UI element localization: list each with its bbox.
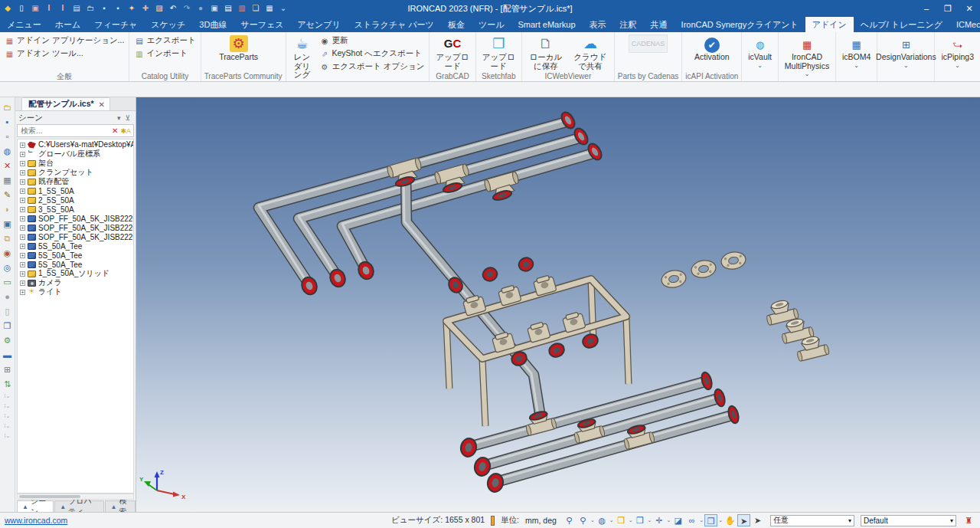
render-mode-icon[interactable]: ❒ — [704, 514, 717, 526]
zoom-window-icon[interactable]: ⚲ — [577, 514, 590, 526]
save-icon[interactable] — [99, 3, 109, 14]
collapsed-toolbar-icon[interactable]: ⁞⌄ — [5, 393, 11, 399]
ribbon-tab[interactable]: メニュー — [0, 17, 48, 32]
shell-icon[interactable] — [2, 204, 13, 215]
panel-tab[interactable]: ▲ 検索 — [105, 500, 136, 512]
alt-cursor-icon[interactable]: ➤ — [751, 514, 764, 526]
view-orientation-icon[interactable]: ❒ — [634, 514, 647, 526]
grabcad-upload-button[interactable]: GC アップロード — [433, 34, 472, 71]
loose-flange[interactable] — [720, 250, 746, 271]
icbom-dropdown[interactable]: icBOM4⌄ — [839, 34, 874, 70]
tree-expander-icon[interactable]: + — [20, 152, 25, 157]
panel-tab[interactable]: ▲ プロパティ — [54, 500, 104, 512]
designvariations-dropdown[interactable]: DesignVariations⌄ — [880, 34, 931, 70]
list-qat-icon[interactable] — [223, 3, 234, 14]
collapsed-toolbar-icon[interactable]: ⁞⌄ — [5, 413, 11, 419]
scene-tree-item[interactable]: + SOP_FF_50A_5K_JISB2220 — [18, 214, 133, 223]
traceparts-button[interactable]: TraceParts — [216, 34, 261, 63]
ribbon-tab[interactable]: スケッチ — [144, 17, 192, 32]
window2-icon[interactable] — [2, 320, 13, 331]
picture-icon[interactable] — [2, 277, 13, 287]
tree-expander-icon[interactable]: + — [20, 143, 25, 148]
catalog-small-icon[interactable] — [154, 3, 165, 14]
ribbon-tab[interactable]: 3D曲線 — [192, 17, 234, 32]
keyshot-update-button[interactable]: 更新 — [318, 34, 426, 47]
ribbon-tab[interactable]: 板金 — [441, 17, 472, 32]
tree-expander-icon[interactable]: + — [20, 280, 25, 286]
tree-expander-icon[interactable]: + — [20, 262, 25, 267]
scene-tree-item[interactable]: + 5S_50A_Tee — [18, 241, 133, 251]
window-qat-icon[interactable] — [209, 3, 220, 14]
scene-tree-item[interactable]: + 1_5S_50A_ソリッド — [18, 269, 133, 278]
window-icon[interactable] — [2, 218, 13, 229]
catalog-export-button[interactable]: エクスポート — [132, 34, 197, 47]
flange-gasket-ring[interactable] — [547, 341, 567, 359]
viewport-3d[interactable]: Z Y X — [136, 97, 980, 512]
select-cursor-icon[interactable]: ➤ — [737, 514, 750, 526]
document-tab[interactable]: 配管サンプル.ics* ✕ — [21, 97, 110, 110]
undo-icon[interactable] — [168, 3, 178, 14]
scene-tree-item[interactable]: + クランプセット — [18, 168, 133, 177]
grid-icon[interactable] — [2, 364, 13, 375]
icpiping-dropdown[interactable]: icPiping3⌄ — [938, 34, 977, 70]
tree-expander-icon[interactable]: + — [20, 161, 25, 166]
ribbon-tab[interactable]: フィーチャ — [87, 17, 144, 32]
sphere-qat-icon[interactable] — [195, 3, 206, 14]
scene-tree-item[interactable]: + ライト — [18, 287, 133, 297]
panel-pin-icon[interactable]: ⊻ — [122, 114, 132, 122]
collapsed-toolbar-icon[interactable]: ⁞⌄ — [5, 403, 11, 409]
tee-flange-ring[interactable] — [492, 189, 513, 202]
flange-gasket-ring[interactable] — [517, 256, 535, 273]
overflow-icon[interactable] — [278, 3, 289, 14]
tree-expander-icon[interactable]: + — [20, 198, 25, 203]
tree-horizontal-scrollbar[interactable] — [17, 494, 134, 500]
web-icon[interactable] — [2, 146, 13, 156]
ribbon-tab[interactable]: ホーム — [48, 17, 88, 32]
addon-tools-button[interactable]: アドオン ツール... — [3, 48, 126, 60]
scene-tree-item[interactable]: + 2_5S_50A — [18, 195, 133, 205]
ironcad-home-link[interactable]: www.ironcad.com — [5, 516, 67, 525]
pipe-tee-fitting[interactable] — [523, 408, 557, 436]
selection-filter-combo[interactable]: 任意▾ — [770, 515, 854, 526]
catalog-import-button[interactable]: インポート — [132, 48, 197, 60]
saveas-icon[interactable] — [2, 131, 13, 142]
save-icon[interactable] — [2, 116, 13, 127]
perspective-icon[interactable]: ◪ — [671, 514, 684, 526]
multiphysics-dropdown[interactable]: IronCAD MultiPhysics⌄ — [782, 34, 832, 78]
ribbon-tab[interactable]: Smart eMarkup — [511, 17, 582, 32]
disk-icon[interactable] — [2, 349, 13, 360]
ribbon-tab[interactable]: 共通 — [644, 17, 675, 32]
save-as-icon[interactable] — [113, 3, 123, 14]
scene-tree-item[interactable]: + グローバル座標系 — [18, 149, 133, 159]
table-icon[interactable] — [2, 175, 13, 185]
gears-icon[interactable] — [2, 335, 13, 346]
scene-search-input[interactable] — [18, 126, 109, 135]
open-scene-icon[interactable] — [30, 3, 41, 14]
save-local-button[interactable]: ローカルに保存 — [525, 34, 567, 71]
browse-icon[interactable] — [71, 3, 82, 14]
folder-icon[interactable] — [2, 102, 13, 113]
collapsed-toolbar-icon[interactable]: ⁞⌄ — [5, 433, 11, 439]
icvault-dropdown[interactable]: icVault⌄ — [745, 34, 775, 70]
ribbon-tab[interactable]: 注釈 — [613, 17, 644, 32]
tree-expander-icon[interactable]: + — [20, 216, 25, 221]
table-qat-icon[interactable] — [264, 3, 275, 14]
stereo-view-icon[interactable]: ∞ — [685, 514, 698, 526]
beam-part-icon[interactable] — [44, 3, 54, 14]
close-button[interactable]: ✕ — [959, 0, 980, 17]
flange-gasket-ring[interactable] — [581, 332, 600, 349]
ribbon-tab[interactable]: アドイン — [805, 17, 854, 32]
addin-applications-button[interactable]: アドイン アプリケーション... — [3, 34, 126, 47]
page-icon[interactable] — [2, 306, 13, 316]
copy-qat-icon[interactable] — [250, 3, 261, 14]
new-scene-icon[interactable] — [16, 3, 27, 14]
flange-gasket-ring[interactable] — [481, 266, 499, 283]
ribbon-tab[interactable]: IronCAD Synergyクライアント — [675, 17, 805, 32]
redo-icon[interactable] — [181, 3, 192, 14]
emarkup-icon[interactable] — [237, 3, 247, 14]
tree-expander-icon[interactable]: + — [20, 253, 25, 258]
sphere-icon[interactable] — [2, 291, 13, 302]
hierarchy-icon[interactable]: ♜ — [962, 514, 975, 526]
ironcad-logo-icon[interactable] — [2, 3, 13, 14]
ribbon-tab[interactable]: ツール — [472, 17, 511, 32]
